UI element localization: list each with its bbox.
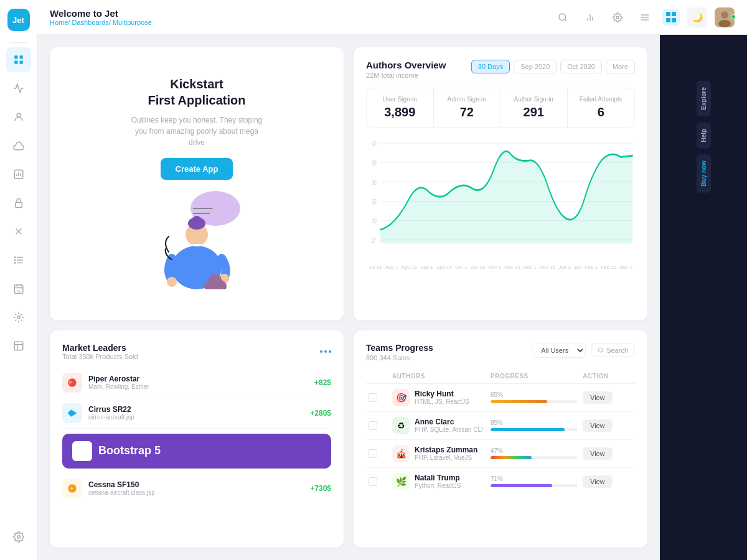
search-icon[interactable] (553, 7, 573, 27)
sidebar-item-list[interactable] (6, 248, 31, 273)
svg-rect-3 (19, 61, 22, 64)
cirrus-info: Cirrus SR22 cirrus-aircraft.jsp (88, 405, 304, 421)
row-checkbox[interactable] (369, 421, 377, 430)
stat-failed-value: 6 (575, 105, 627, 119)
anne-view-btn[interactable]: View (583, 419, 613, 432)
svg-point-27 (17, 536, 20, 539)
sidebar-item-cloud[interactable] (6, 133, 31, 158)
natali-progress: 71% (491, 475, 578, 487)
stat-failed-attempts: Failed Attempts 6 (568, 88, 635, 127)
stat-user-value: 3,899 (374, 105, 426, 119)
sidebar-item-lock[interactable] (6, 190, 31, 215)
sidebar-item-settings[interactable] (6, 525, 31, 549)
explore-button[interactable]: Explore (697, 81, 711, 116)
svg-point-38 (721, 11, 728, 19)
page-title: Welcome to Jet (50, 8, 547, 19)
users-filter-select[interactable]: All Users (532, 343, 586, 358)
svg-line-69 (602, 351, 603, 352)
breadcrumb-home[interactable]: Home/ (50, 19, 70, 26)
stat-admin-label: Admin Sign-in (441, 96, 493, 103)
search-label: Search (606, 347, 628, 354)
cirrus-name: Cirrus SR22 (88, 405, 304, 414)
natali-view-btn[interactable]: View (583, 475, 613, 488)
table-row: 🎪 Kristaps Zumman PHP, Laravel, VueJS 47… (366, 440, 635, 468)
sidebar-item-layout[interactable] (6, 334, 31, 358)
ricky-view-btn[interactable]: View (583, 391, 613, 404)
teams-title-block: Teams Progress 890,344 Sales (366, 343, 433, 362)
dark-mode-toggle[interactable]: 🌙 (687, 7, 707, 27)
buy-now-button[interactable]: Buy now (697, 154, 711, 193)
svg-text:36: 36 (372, 179, 377, 186)
kickstart-title: Kickstart First Application (148, 76, 245, 108)
cessna-info: Cessna SF150 cessna-aircraft.class.jsp (88, 480, 304, 496)
team-author-info: 🌿 Natali Trump Python, ReactJS (392, 473, 486, 490)
anne-progress: 85% (491, 419, 578, 431)
svg-text:P: P (69, 380, 73, 386)
cirrus-logo (62, 403, 82, 423)
svg-point-15 (14, 257, 16, 258)
market-item-cirrus: Cirrus SR22 cirrus-aircraft.jsp +280$ (62, 398, 331, 429)
natali-progress-bar (491, 484, 578, 487)
teams-table: AUTHORS PROGRESS ACTION 🎯 Ricky Hunt HTM… (366, 369, 635, 495)
stat-admin-value: 72 (441, 105, 493, 119)
col-action: ACTION (583, 373, 632, 380)
sidebar-bottom (6, 523, 31, 560)
sidebar-item-close[interactable] (6, 219, 31, 244)
chart-icon[interactable] (580, 7, 600, 27)
svg-point-51 (209, 274, 222, 286)
natali-name: Natali Trump (415, 474, 461, 482)
col-progress: PROGRESS (491, 373, 578, 380)
svg-rect-0 (14, 55, 17, 58)
row-checkbox[interactable] (369, 449, 377, 458)
bootstrap-label: Bootstrap 5 (98, 444, 161, 457)
sidebar-item-users[interactable] (6, 105, 31, 129)
breadcrumb-multipurpose: Multipurpose (113, 19, 152, 26)
stat-user-label: User Sign-in (374, 96, 426, 103)
user-avatar-wrap (715, 7, 735, 27)
adjust-icon[interactable] (608, 7, 627, 27)
market-title: Market Leaders (62, 343, 138, 353)
sidebar-item-dashboard[interactable] (6, 47, 31, 72)
sidebar-item-analytics[interactable] (6, 76, 31, 101)
create-app-button[interactable]: Create App (161, 158, 233, 180)
right-panel: Explore Help Buy now (660, 35, 747, 560)
menu-icon[interactable] (635, 7, 655, 27)
tab-sep-2020[interactable]: Sep 2020 (514, 60, 557, 73)
content-inner: Kickstart First Application Outlines kee… (37, 35, 660, 560)
help-button[interactable]: Help (697, 123, 711, 149)
authors-title-block: Authors Overview 22M total income (366, 60, 446, 79)
market-more-icon[interactable] (320, 350, 331, 353)
svg-point-48 (167, 277, 177, 287)
svg-text:30: 30 (372, 218, 377, 225)
svg-text:39: 39 (372, 159, 377, 167)
svg-point-39 (718, 20, 731, 27)
sidebar-logo[interactable]: Jet (7, 9, 30, 31)
tab-30-days[interactable]: 30 Days (471, 60, 510, 73)
table-row: 🎯 Ricky Hunt HTML, JS, ReactJS 65% (366, 384, 635, 412)
svg-point-16 (14, 259, 16, 261)
market-title-block: Market Leaders Total 350k Products Sold (62, 343, 138, 360)
kristaps-avatar: 🎪 (392, 445, 410, 462)
row-checkbox[interactable] (369, 477, 377, 486)
kristaps-view-btn[interactable]: View (583, 447, 613, 460)
stat-author-value: 291 (508, 105, 560, 119)
market-subtitle: Total 350k Products Sold (62, 353, 138, 360)
kristaps-progress-bar (491, 456, 578, 459)
cirrus-value: +280$ (310, 409, 331, 418)
svg-point-28 (559, 14, 566, 21)
tab-oct-2020[interactable]: Oct 2020 (560, 60, 602, 73)
natali-avatar: 🌿 (392, 473, 410, 490)
anne-progress-bar (491, 428, 578, 431)
sidebar-item-components[interactable] (6, 305, 31, 330)
teams-table-header: AUTHORS PROGRESS ACTION (366, 369, 635, 384)
sidebar-item-report[interactable] (6, 162, 31, 187)
header-actions: 🌙 (553, 7, 735, 27)
row-checkbox[interactable] (369, 393, 377, 402)
tab-more[interactable]: More (606, 60, 635, 73)
teams-search-box[interactable]: Search (591, 343, 635, 357)
breadcrumb-dashboards[interactable]: Dashboards/ (72, 19, 110, 26)
sidebar-item-calendar[interactable]: 31 (6, 276, 31, 301)
cessna-sub: cessna-aircraft.class.jsp (88, 489, 304, 496)
market-header: Market Leaders Total 350k Products Sold (62, 343, 331, 360)
grid-view-toggle[interactable] (662, 9, 680, 26)
